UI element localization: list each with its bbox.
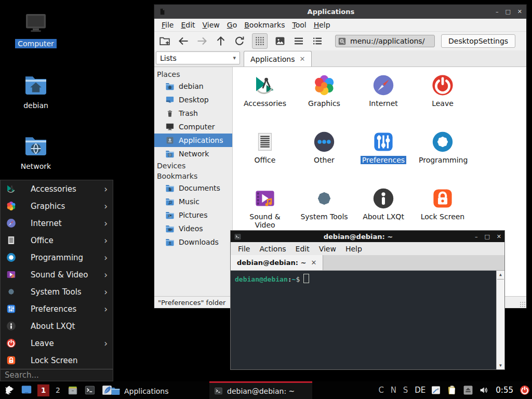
sidebar-item-debian[interactable]: debian (154, 79, 232, 93)
sidebar-item-network[interactable]: Network (154, 147, 232, 161)
new-tab-button[interactable] (158, 35, 171, 47)
tab-close-icon[interactable]: ✕ (311, 259, 316, 267)
show-desktop-button[interactable] (20, 384, 33, 396)
clock[interactable]: 0:55 (495, 385, 514, 395)
sidebar-item-trash[interactable]: Trash (154, 107, 232, 120)
resize-grip[interactable] (519, 301, 525, 307)
sidebar-item-desktop[interactable]: Desktop (154, 93, 232, 107)
address-bar[interactable] (335, 35, 435, 47)
desktop-icon-computer[interactable]: Computer (7, 10, 64, 48)
grid-item-graphics[interactable]: Graphics (295, 70, 354, 127)
minimize-button[interactable]: – (496, 9, 499, 15)
menu-item-label: Graphics (31, 202, 65, 211)
fm-menu-tool[interactable]: Tool (288, 20, 310, 30)
terminal-launcher[interactable] (84, 384, 96, 396)
fm-menu-edit[interactable]: Edit (177, 20, 198, 30)
detailed-view-button[interactable] (311, 35, 324, 47)
terminal-scrollbar[interactable]: ▲ ▼ (496, 271, 504, 369)
close-button[interactable]: ✕ (517, 9, 522, 15)
sidebar-item-computer[interactable]: Computer (154, 120, 232, 134)
minimize-button[interactable]: – (475, 234, 478, 240)
menu-search-input[interactable] (1, 370, 113, 380)
menu-item-about-lxqt[interactable]: About LXQt (1, 317, 113, 335)
home-folder-icon (165, 82, 175, 91)
fm-menu-file[interactable]: File (158, 20, 177, 30)
task-label: Applications (124, 387, 169, 395)
sidebar-item-documents[interactable]: Documents (154, 181, 232, 195)
start-menu-button[interactable] (3, 384, 16, 396)
desktop-icon-debian[interactable]: debian (7, 72, 64, 110)
taskbar-task-debian-debian-[interactable]: debian@debian: ~ (209, 381, 312, 399)
tab-close-icon[interactable]: ✕ (300, 55, 305, 63)
grid-item-internet[interactable]: Internet (354, 70, 413, 127)
sidebar-item-pictures[interactable]: Pictures (154, 208, 232, 222)
desktop-icon-network[interactable]: Network (7, 133, 64, 171)
menu-item-system-tools[interactable]: System Tools› (1, 283, 113, 300)
file-manager-launcher[interactable] (66, 384, 79, 396)
sidebar-item-videos[interactable]: Videos (154, 222, 232, 235)
terminal-menu-actions[interactable]: Actions (255, 244, 290, 254)
terminal-menu-edit[interactable]: Edit (291, 244, 314, 254)
screenshot-tray-icon[interactable] (430, 384, 442, 396)
sidebar-item-label: Pictures (179, 211, 207, 219)
close-button[interactable]: ✕ (497, 234, 501, 240)
forward-button[interactable] (196, 35, 208, 47)
applications-icon (165, 136, 175, 145)
fm-menu-bookmarks[interactable]: Bookmarks (241, 20, 288, 30)
menu-item-office[interactable]: Office› (1, 232, 113, 249)
taskbar-task-applications[interactable]: Applications (107, 381, 209, 399)
menu-item-internet[interactable]: Internet› (1, 215, 113, 232)
volume-tray-icon[interactable] (478, 384, 490, 396)
address-input[interactable] (349, 36, 432, 46)
power-button[interactable] (519, 384, 530, 396)
maximize-button[interactable]: □ (484, 234, 489, 240)
sidebar-item-music[interactable]: Music (154, 195, 232, 208)
chevron-right-icon: › (104, 218, 108, 229)
file-manager-titlebar[interactable]: Applications – □ ✕ (154, 5, 526, 19)
terminal-tab[interactable]: debian@debian: ~ ✕ (231, 255, 323, 270)
office-icon (252, 129, 277, 154)
sidebar-item-downloads[interactable]: Downloads (154, 235, 232, 249)
terminal-menu-view[interactable]: View (314, 244, 341, 254)
back-button[interactable] (177, 35, 190, 47)
terminal-screen[interactable]: debian@debian:~$ ▲ ▼ (231, 271, 504, 369)
eject-tray-icon[interactable] (462, 384, 474, 396)
menu-item-programming[interactable]: Programming› (1, 249, 113, 266)
maximize-button[interactable]: □ (505, 9, 510, 15)
tab-applications[interactable]: Applications ✕ (244, 51, 312, 66)
menu-item-preferences[interactable]: Preferences› (1, 300, 113, 317)
chevron-right-icon: › (104, 270, 108, 280)
fm-menu-help[interactable]: Help (310, 20, 334, 30)
up-button[interactable] (215, 35, 227, 47)
sidebar-item-applications[interactable]: Applications (154, 134, 232, 147)
side-pane-selector[interactable]: Lists ▾ (156, 51, 240, 64)
scroll-up-icon[interactable]: ▲ (497, 272, 504, 277)
desktop-settings-button[interactable]: DesktopSettings (441, 34, 515, 48)
workspace-1-button[interactable]: 1 (37, 384, 49, 396)
grid-item-programming[interactable]: Programming (413, 127, 472, 183)
menu-item-graphics[interactable]: Graphics› (1, 197, 113, 215)
grid-item-leave[interactable]: Leave (413, 70, 472, 127)
fm-menu-go[interactable]: Go (223, 20, 241, 30)
icon-view-button[interactable] (252, 33, 268, 49)
menu-item-lock-screen[interactable]: Lock Screen (1, 352, 113, 369)
keyboard-indicator[interactable]: C N S (379, 385, 410, 395)
reload-button[interactable] (233, 35, 246, 47)
grid-item-office[interactable]: Office (235, 127, 295, 183)
grid-item-accessories[interactable]: Accessories (235, 70, 295, 127)
compact-view-button[interactable] (292, 35, 305, 47)
keyboard-layout[interactable]: DE (415, 385, 425, 395)
menu-item-leave[interactable]: Leave› (1, 335, 113, 352)
grid-item-preferences[interactable]: Preferences (354, 127, 413, 183)
clipboard-tray-icon[interactable] (446, 384, 458, 396)
workspace-2-button[interactable]: 2 (54, 386, 62, 394)
menu-item-sound-video[interactable]: Sound & Video› (1, 266, 113, 283)
terminal-titlebar[interactable]: debian@debian: ~ – □ ✕ (231, 231, 504, 242)
terminal-menu-file[interactable]: File (233, 244, 255, 254)
menu-item-accessories[interactable]: Accessories› (1, 180, 113, 197)
thumbnail-view-button[interactable] (274, 35, 286, 47)
fm-menu-view[interactable]: View (199, 20, 223, 30)
terminal-menu-help[interactable]: Help (341, 244, 367, 254)
grid-item-other[interactable]: Other (295, 127, 354, 183)
scroll-down-icon[interactable]: ▼ (497, 363, 504, 368)
